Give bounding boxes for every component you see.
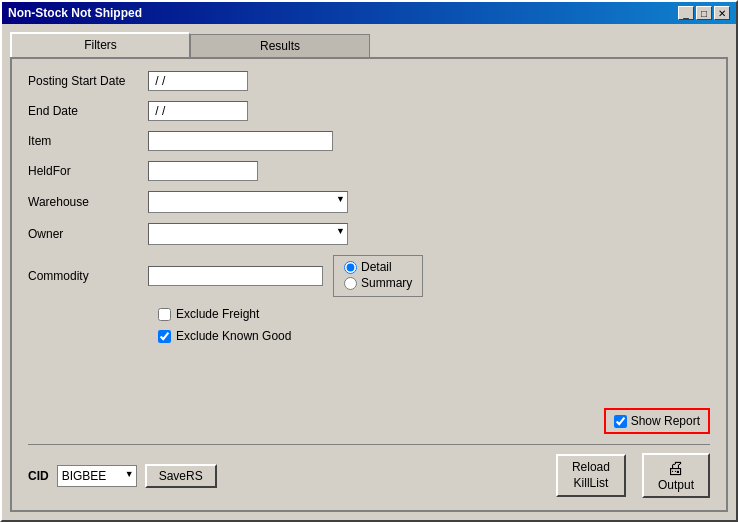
minimize-button[interactable]: _: [678, 6, 694, 20]
end-date-row: End Date: [28, 101, 710, 121]
bottom-right: Reload KillList 🖨 Output: [556, 453, 710, 498]
heldfor-input[interactable]: [148, 161, 258, 181]
end-date-input[interactable]: [148, 101, 248, 121]
bottom-bar: CID BIGBEE SaveRS Reload KillList 🖨: [28, 444, 710, 498]
exclude-freight-label: Exclude Freight: [176, 307, 259, 321]
summary-radio-label: Summary: [361, 276, 412, 290]
title-bar: Non-Stock Not Shipped _ □ ✕: [2, 2, 736, 24]
bottom-left: CID BIGBEE SaveRS: [28, 464, 217, 488]
output-button[interactable]: 🖨 Output: [642, 453, 710, 498]
main-window: Non-Stock Not Shipped _ □ ✕ Filters Resu…: [0, 0, 738, 522]
item-input[interactable]: [148, 131, 333, 151]
cid-label: CID: [28, 469, 49, 483]
exclude-known-good-checkbox[interactable]: [158, 330, 171, 343]
summary-radio[interactable]: [344, 277, 357, 290]
printer-icon: 🖨: [667, 459, 685, 477]
maximize-button[interactable]: □: [696, 6, 712, 20]
warehouse-label: Warehouse: [28, 195, 148, 209]
close-button[interactable]: ✕: [714, 6, 730, 20]
heldfor-label: HeldFor: [28, 164, 148, 178]
report-type-group: Detail Summary: [333, 255, 423, 297]
reload-kill-list-button[interactable]: Reload KillList: [556, 454, 626, 497]
exclude-known-good-row: Exclude Known Good: [158, 329, 710, 343]
exclude-freight-row: Exclude Freight: [158, 307, 710, 321]
filters-panel: Posting Start Date End Date Item HeldFor…: [10, 57, 728, 512]
exclude-known-good-label: Exclude Known Good: [176, 329, 291, 343]
commodity-label: Commodity: [28, 269, 148, 283]
end-date-label: End Date: [28, 104, 148, 118]
detail-radio-label: Detail: [361, 260, 392, 274]
item-label: Item: [28, 134, 148, 148]
exclude-freight-checkbox[interactable]: [158, 308, 171, 321]
tab-results[interactable]: Results: [190, 34, 370, 57]
owner-row: Owner: [28, 223, 710, 245]
tab-bar: Filters Results: [10, 32, 728, 57]
posting-start-date-label: Posting Start Date: [28, 74, 148, 88]
commodity-input[interactable]: [148, 266, 323, 286]
owner-select-wrapper: [148, 223, 348, 245]
show-report-checkbox[interactable]: [614, 415, 627, 428]
cid-select[interactable]: BIGBEE: [57, 465, 137, 487]
warehouse-select[interactable]: [148, 191, 348, 213]
content-area: Filters Results Posting Start Date End D…: [2, 24, 736, 520]
commodity-row: Commodity Detail Summary: [28, 255, 710, 297]
item-row: Item: [28, 131, 710, 151]
posting-start-date-input[interactable]: [148, 71, 248, 91]
owner-label: Owner: [28, 227, 148, 241]
show-report-container: Show Report: [604, 408, 710, 434]
tab-filters[interactable]: Filters: [10, 32, 190, 57]
detail-radio[interactable]: [344, 261, 357, 274]
owner-select[interactable]: [148, 223, 348, 245]
cid-select-wrapper: BIGBEE: [57, 465, 137, 487]
warehouse-row: Warehouse: [28, 191, 710, 213]
warehouse-select-wrapper: [148, 191, 348, 213]
show-report-label: Show Report: [631, 414, 700, 428]
detail-radio-row: Detail: [344, 260, 412, 274]
window-title: Non-Stock Not Shipped: [8, 6, 142, 20]
title-bar-buttons: _ □ ✕: [678, 6, 730, 20]
heldfor-row: HeldFor: [28, 161, 710, 181]
posting-start-date-row: Posting Start Date: [28, 71, 710, 91]
summary-radio-row: Summary: [344, 276, 412, 290]
save-rs-button[interactable]: SaveRS: [145, 464, 217, 488]
